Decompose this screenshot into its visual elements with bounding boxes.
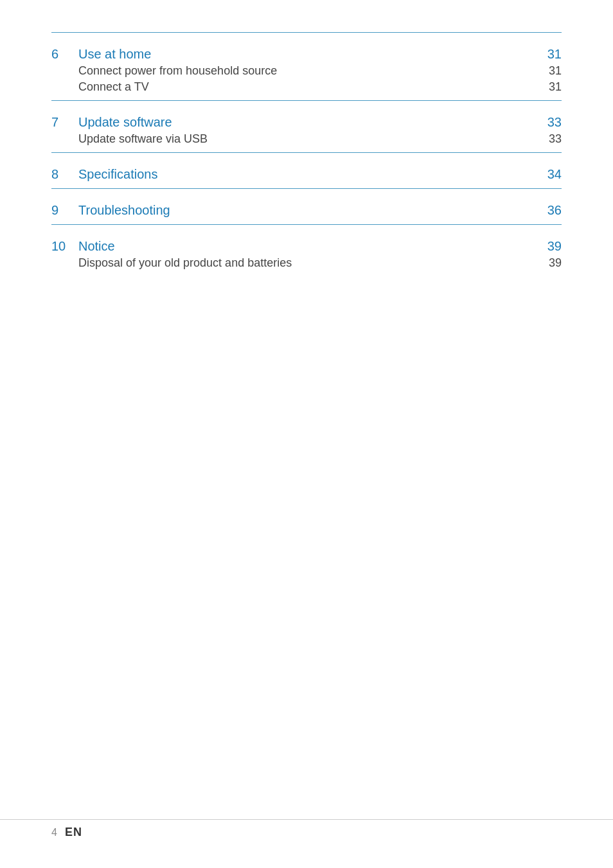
section-title: Specifications	[78, 167, 536, 182]
section-title: Notice	[78, 239, 536, 254]
toc-sub-row: Update software via USB33	[51, 131, 562, 147]
section-page: 39	[536, 239, 562, 254]
sub-section-title: Connect a TV	[78, 80, 536, 94]
sub-section-title: Disposal of your old product and batteri…	[78, 256, 536, 270]
footer: 4 EN	[51, 826, 82, 839]
section-number: 6	[51, 47, 78, 62]
section-number: 8	[51, 167, 78, 182]
toc-section: 8Specifications34	[51, 152, 562, 188]
sub-section-page: 31	[536, 80, 562, 94]
section-title: Update software	[78, 115, 536, 130]
toc-section: 9Troubleshooting36	[51, 188, 562, 224]
toc-section: 7Update software33Update software via US…	[51, 100, 562, 152]
section-page: 33	[536, 115, 562, 130]
toc-section: 10Notice39Disposal of your old product a…	[51, 224, 562, 276]
toc-sub-row: Connect a TV31	[51, 79, 562, 95]
toc-main-row: 7Update software33	[51, 106, 562, 131]
section-title: Use at home	[78, 47, 536, 62]
toc-main-row: 9Troubleshooting36	[51, 194, 562, 219]
toc-sub-row: Connect power from household source31	[51, 63, 562, 79]
toc-main-row: 6Use at home31	[51, 38, 562, 63]
sub-section-page: 39	[536, 256, 562, 270]
footer-divider	[0, 819, 613, 820]
toc-main-row: 8Specifications34	[51, 158, 562, 183]
footer-language: EN	[65, 826, 82, 839]
section-page: 36	[536, 203, 562, 218]
toc-sub-row: Disposal of your old product and batteri…	[51, 255, 562, 271]
sub-section-title: Update software via USB	[78, 132, 536, 146]
table-of-contents: 6Use at home31Connect power from househo…	[51, 32, 562, 276]
section-number: 9	[51, 203, 78, 218]
toc-section: 6Use at home31Connect power from househo…	[51, 32, 562, 100]
section-title: Troubleshooting	[78, 203, 536, 218]
sub-section-title: Connect power from household source	[78, 64, 536, 78]
sub-section-page: 31	[536, 64, 562, 78]
page: 6Use at home31Connect power from househo…	[0, 0, 613, 868]
footer-page-number: 4	[51, 827, 57, 838]
sub-section-page: 33	[536, 132, 562, 146]
toc-main-row: 10Notice39	[51, 230, 562, 255]
section-page: 31	[536, 47, 562, 62]
section-number: 10	[51, 239, 78, 254]
section-number: 7	[51, 115, 78, 130]
section-page: 34	[536, 167, 562, 182]
